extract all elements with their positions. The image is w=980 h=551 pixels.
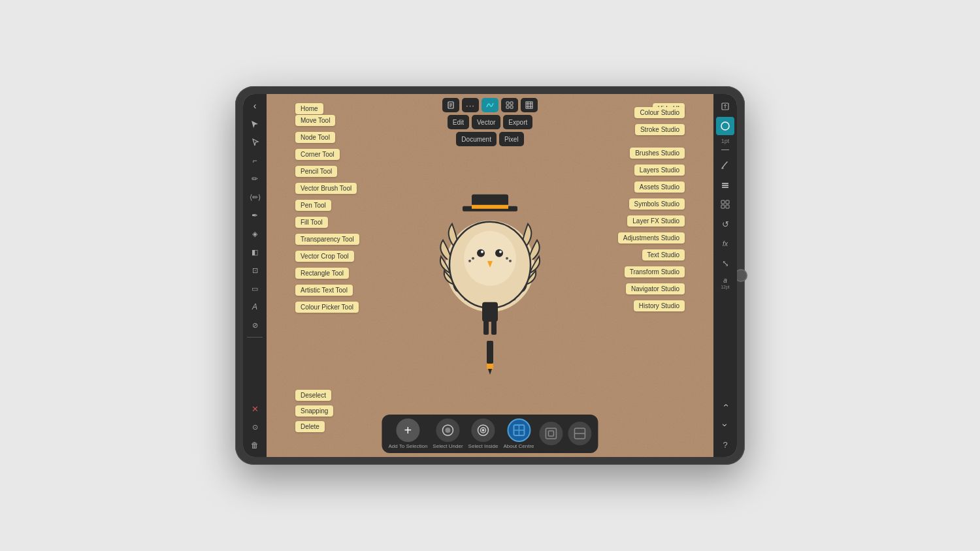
snapping-tooltip[interactable]: Snapping (295, 405, 333, 417)
svg-point-39 (482, 429, 485, 432)
add-to-selection-label: Add To Selection (388, 443, 427, 449)
svg-rect-6 (510, 102, 513, 104)
svg-point-24 (472, 257, 474, 260)
svg-rect-54 (721, 205, 725, 208)
svg-rect-49 (722, 183, 728, 184)
edit-menu-btn[interactable]: Edit (448, 115, 469, 129)
corner-tool-tooltip[interactable]: Corner Tool (295, 149, 340, 160)
action6-btn[interactable] (568, 422, 592, 447)
svg-rect-51 (722, 187, 728, 188)
resize-icon[interactable]: ⤡ (716, 254, 734, 272)
colour-picker-tool-tooltip[interactable]: Colour Picker Tool (295, 302, 359, 313)
pen-tool-icon[interactable]: ✒ (246, 207, 264, 224)
delete-icon[interactable]: 🗑 (246, 437, 264, 454)
corner-tool-icon[interactable]: ⌐ (246, 152, 264, 169)
svg-point-20 (477, 249, 485, 257)
about-centre-icon (507, 418, 531, 442)
select-under-label: Select Under (433, 443, 463, 449)
svg-point-48 (721, 122, 729, 130)
export-menu-btn[interactable]: Export (503, 115, 532, 129)
colour-studio-tooltip[interactable]: Colour Studio (634, 107, 685, 118)
svg-rect-52 (721, 200, 725, 204)
select-inside-btn[interactable]: Select Inside (468, 418, 498, 449)
vector-crop-tool-tooltip[interactable]: Vector Crop Tool (295, 251, 354, 262)
text-icon-letter: a (723, 277, 727, 284)
chevron-prev-icon[interactable]: › (716, 396, 734, 415)
brushes-studio-tooltip[interactable]: Brushes Studio (630, 148, 685, 159)
text-style-icon[interactable]: a 12pt (716, 274, 734, 292)
fill-tool-tooltip[interactable]: Fill Tool (295, 217, 328, 228)
pixel-menu-btn[interactable]: Pixel (499, 132, 524, 146)
action5-btn[interactable] (540, 422, 563, 447)
deselect-tooltip[interactable]: Deselect (295, 390, 331, 401)
device-screen: ‹ ⌐ ✏ ⟨✏⟩ ✒ ◈ ◧ ⊡ ▭ A ⊘ ✕ ⊙ 🗑 (243, 94, 737, 457)
symbols-studio-tooltip[interactable]: Symbols Studio (629, 198, 685, 210)
grid-btn1[interactable] (501, 98, 518, 112)
left-sidebar-divider (247, 337, 263, 338)
grid-btn2[interactable] (521, 98, 538, 112)
transparency-tool-tooltip[interactable]: Transparency Tool (295, 234, 359, 245)
action6-icon (568, 422, 592, 445)
owl-illustration (425, 188, 555, 347)
svg-rect-7 (506, 106, 509, 108)
transform-right-icon[interactable]: ↺ (716, 215, 734, 233)
move-tool-tooltip[interactable]: Move Tool (295, 115, 335, 126)
svg-rect-5 (506, 102, 509, 104)
text-studio-tooltip[interactable]: Text Studio (642, 249, 685, 260)
adjustments-studio-tooltip[interactable]: Adjustments Studio (618, 232, 685, 244)
svg-rect-44 (549, 431, 554, 436)
brush-tool-right-icon[interactable] (716, 156, 734, 174)
help-icon[interactable]: ? (716, 435, 734, 454)
svg-rect-43 (546, 428, 557, 439)
snapping-icon[interactable]: ⊙ (246, 418, 264, 435)
fx-icon[interactable]: fx (716, 234, 734, 253)
select-inside-label: Select Inside (468, 443, 498, 449)
brush-size-icon: 1pt — (716, 136, 734, 155)
fill-tool-icon[interactable]: ◈ (246, 225, 264, 242)
history-studio-tooltip[interactable]: History Studio (634, 300, 685, 311)
delete-tooltip[interactable]: Delete (295, 421, 325, 432)
brush-style-icon[interactable] (716, 117, 734, 135)
colour-picker-tool-icon[interactable]: ⊘ (246, 317, 264, 334)
canvas-area: ··· Edit Vector Export (267, 94, 713, 457)
artistic-text-tool-icon[interactable]: A (246, 298, 264, 315)
select-under-btn[interactable]: Select Under (433, 418, 463, 449)
svg-rect-16 (472, 205, 508, 209)
document-icon-btn[interactable] (442, 98, 459, 112)
vector-crop-tool-icon[interactable]: ⊡ (246, 262, 264, 279)
toolbar-row-view: Document Pixel (456, 132, 523, 146)
node-tool-tooltip[interactable]: Node Tool (295, 132, 335, 143)
layer-fx-studio-tooltip[interactable]: Layer FX Studio (627, 215, 685, 227)
vector-brush-tool-icon[interactable]: ⟨✏⟩ (246, 189, 264, 206)
transparency-tool-icon[interactable]: ◧ (246, 244, 264, 260)
node-tool-icon[interactable] (246, 134, 264, 151)
layers-studio-tooltip[interactable]: Layers Studio (634, 165, 685, 176)
layers-right-icon[interactable] (716, 176, 734, 194)
transform-studio-tooltip[interactable]: Transform Studio (625, 266, 685, 277)
vector-mode-btn[interactable] (482, 98, 498, 112)
chevron-next-icon[interactable]: › (716, 416, 734, 434)
rectangle-tool-icon[interactable]: ▭ (246, 280, 264, 297)
pen-tool-tooltip[interactable]: Pen Tool (295, 200, 331, 211)
add-to-selection-btn[interactable]: + Add To Selection (388, 418, 427, 449)
more-icon-btn[interactable]: ··· (462, 98, 479, 112)
svg-rect-31 (491, 319, 497, 335)
about-centre-btn[interactable]: About Centre (503, 418, 534, 449)
home-tooltip[interactable]: Home (295, 103, 323, 114)
move-tool-icon[interactable] (246, 116, 264, 133)
pencil-tool-tooltip[interactable]: Pencil Tool (295, 166, 337, 177)
artistic-text-tool-tooltip[interactable]: Artistic Text Tool (295, 285, 353, 296)
vector-menu-btn[interactable]: Vector (472, 115, 500, 129)
back-button[interactable]: ‹ (246, 97, 264, 114)
pencil-tool-icon[interactable]: ✏ (246, 170, 264, 187)
navigator-studio-tooltip[interactable]: Navigator Studio (626, 283, 685, 294)
export-icon[interactable] (716, 97, 734, 116)
rectangle-tool-tooltip[interactable]: Rectangle Tool (295, 268, 349, 279)
assets-studio-tooltip[interactable]: Assets Studio (634, 181, 685, 193)
top-toolbar: ··· Edit Vector Export (442, 98, 538, 146)
document-menu-btn[interactable]: Document (456, 132, 497, 146)
grid-right-icon[interactable] (716, 195, 734, 213)
stroke-studio-tooltip[interactable]: Stroke Studio (635, 124, 685, 135)
vector-brush-tool-tooltip[interactable]: Vector Brush Tool (295, 183, 357, 194)
close-action-icon[interactable]: ✕ (246, 400, 264, 417)
